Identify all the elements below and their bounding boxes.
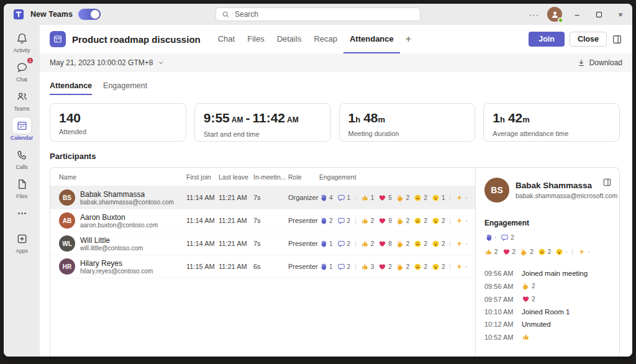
file-icon (16, 178, 28, 190)
timeline-item: 10:10 AMJoined Room 1 (484, 308, 611, 316)
chat-reaction: 2 (337, 240, 351, 248)
participant-name: Babak Shammassa (80, 190, 174, 199)
sparkle-reaction: · (455, 240, 467, 248)
participant-name: Aaron Buxton (80, 213, 158, 222)
stat-time-range: 9:55AM-11:42AM Start and end time (194, 103, 331, 142)
heart-reaction: 5 (378, 194, 392, 202)
participant-row[interactable]: BS Babak Shammassa babak.shammassa@conto… (50, 186, 475, 209)
close-window-button[interactable]: × (614, 7, 627, 22)
sidebar-item-apps[interactable]: Apps (4, 228, 39, 257)
column-header-engagement: Engagement (319, 173, 475, 181)
open-in-side-pane-icon[interactable] (612, 34, 622, 45)
timeline-item: 09:56 AM2 (484, 282, 611, 290)
clap-reaction: 2 (396, 240, 410, 248)
sparkle-reaction: · (578, 248, 589, 256)
heart-reaction: 2 (522, 295, 535, 303)
participant-email: babak.shammassa@contoso.com (80, 199, 174, 206)
hand-reaction: 1 (319, 240, 333, 248)
sidebar-item-calendar[interactable]: Calendar (4, 115, 39, 144)
meeting-header: Product roadmap discussion Chat Files De… (40, 25, 632, 53)
separator: | (355, 263, 357, 270)
tab-engagement-report[interactable]: Engagement (103, 81, 147, 95)
people-icon (16, 91, 28, 102)
sidebar-item-more[interactable] (4, 202, 39, 225)
teams-window: New Teams ··· – × Activity (4, 4, 632, 357)
thumb-reaction (522, 333, 530, 341)
timeline-item: 10:52 AM (484, 333, 611, 341)
column-header-in-meeting: In-meetin... (253, 173, 288, 181)
tab-attendance-report[interactable]: Attendance (50, 81, 92, 95)
more-options-button[interactable]: ··· (529, 10, 539, 19)
details-engagement-row: ·2 (484, 234, 611, 242)
role-cell: Presenter (288, 240, 319, 247)
timeline-item: 09:57 AM2 (484, 295, 611, 303)
stat-time-range-value: 9:55AM-11:42AM (204, 109, 322, 129)
laugh-reaction: 2 (414, 217, 427, 225)
participants-heading: Participants (50, 152, 620, 161)
close-button[interactable]: Close (570, 32, 607, 47)
heart-reaction: 9 (378, 217, 392, 225)
separator: | (450, 217, 452, 224)
new-teams-toggle[interactable] (78, 9, 101, 20)
participant-row[interactable]: AB Aaron Buxton aaron.buxton@contoso.com… (50, 209, 475, 232)
surprised-reaction: 2 (432, 263, 445, 271)
like-reaction: 1 (361, 194, 375, 202)
stat-attended-value: 140 (59, 109, 177, 126)
last-leave-cell: 11:21 AM (219, 240, 253, 247)
clap-reaction: 2 (396, 263, 410, 271)
chat-reaction: 2 (337, 263, 351, 271)
heart-reaction: 2 (502, 248, 516, 256)
participant-email: will.little@contoso.com (80, 245, 143, 252)
clap-reaction: 2 (522, 282, 535, 290)
avatar: WL (59, 235, 75, 252)
participant-details-panel: BS Babak Shammassa babak.shammassa@micro… (475, 168, 619, 357)
timeline-time: 10:10 AM (484, 308, 516, 316)
more-horizontal-icon (21, 212, 23, 214)
open-contact-icon[interactable] (602, 178, 612, 189)
column-header-first-join: First join (186, 173, 219, 181)
tab-recap[interactable]: Recap (307, 25, 343, 53)
add-tab-button[interactable]: + (400, 25, 417, 53)
phone-icon (16, 149, 28, 161)
sidebar-item-chat[interactable]: 1 Chat (4, 57, 39, 86)
last-leave-cell: 11:21 AM (219, 217, 253, 224)
maximize-button[interactable] (592, 7, 606, 22)
session-selector[interactable]: May 21, 2023 10:00:02 GTM+8 (50, 58, 165, 67)
sparkle-reaction: · (455, 263, 467, 271)
tab-files[interactable]: Files (241, 25, 270, 53)
surprised-reaction: 2 (432, 240, 445, 248)
search-box[interactable] (216, 7, 420, 21)
separator: | (355, 194, 357, 201)
last-leave-cell: 11:21 AM (219, 194, 253, 201)
user-avatar[interactable] (547, 7, 562, 22)
download-icon (577, 58, 586, 67)
tab-chat[interactable]: Chat (212, 25, 241, 53)
first-join-cell: 11:14 AM (186, 217, 219, 224)
sidebar-item-teams[interactable]: Teams (4, 86, 39, 115)
tab-attendance[interactable]: Attendance (343, 25, 400, 53)
stat-attended: 140 Attended (50, 103, 186, 142)
sidebar-item-files[interactable]: Files (4, 173, 39, 202)
sidebar-item-calls[interactable]: Calls (4, 144, 39, 173)
like-reaction: 2 (361, 240, 375, 248)
surprised-reaction: · (555, 248, 567, 256)
download-button[interactable]: Download (577, 58, 622, 67)
sparkle-reaction: · (455, 217, 467, 225)
laugh-reaction: 2 (414, 263, 427, 271)
tab-details[interactable]: Details (271, 25, 308, 53)
presence-dot (558, 17, 563, 23)
minimize-button[interactable]: – (570, 7, 584, 22)
details-engagement-label: Engagement (484, 219, 611, 227)
participant-row[interactable]: WL Will Little will.little@contoso.com 1… (50, 232, 475, 255)
chat-reaction: 2 (501, 234, 514, 242)
join-button[interactable]: Join (529, 32, 565, 47)
search-input[interactable] (234, 9, 414, 19)
first-join-cell: 11:14 AM (186, 240, 219, 247)
separator: | (572, 248, 574, 255)
participant-row[interactable]: HR Hilary Reyes hilary.reyes@contoso.com… (50, 255, 475, 278)
calendar-icon (16, 120, 28, 132)
role-cell: Presenter (288, 263, 319, 270)
apps-icon (16, 233, 28, 245)
sidebar-item-activity[interactable]: Activity (4, 27, 39, 57)
role-cell: Organizer (288, 194, 319, 201)
